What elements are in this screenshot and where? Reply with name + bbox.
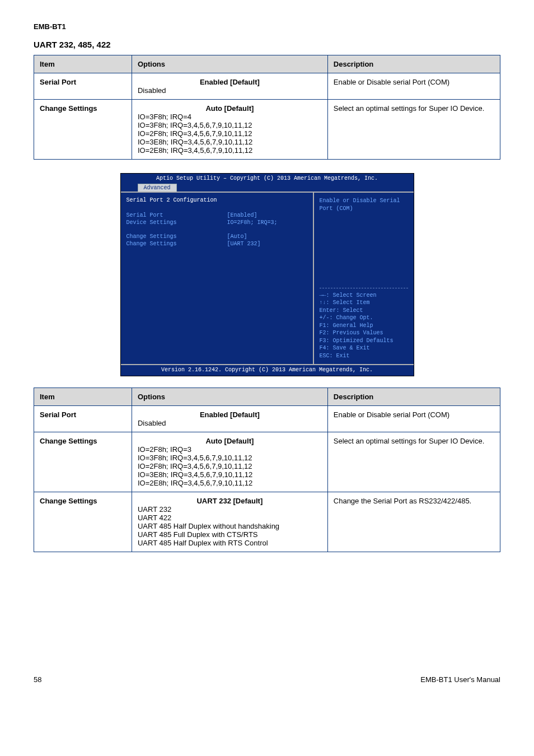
option-line: IO=2F8h; IRQ=3,4,5,6,7,9,10,11,12 [138,129,322,138]
row-item: Change Settings [34,100,132,160]
table-row: Serial Port Enabled [Default] Disabled E… [34,73,500,100]
row-desc: Select an optimal settings for Super IO … [327,100,500,160]
options-table-2: Item Options Description Serial Port Ena… [34,388,500,552]
page-footer: 58 EMB-BT1 User's Manual [34,675,500,684]
row-desc: Enable or Disable serial Port (COM) [327,406,500,432]
row-options: Enabled [Default] Disabled [132,73,327,100]
bios-keyhint: F3: Optimized Defaults [320,337,408,345]
doc-title: EMB-BT1 [34,22,66,31]
bios-field-label: Serial Port [127,212,227,218]
bios-field-value: IO=2F8h; IRQ=3; [227,220,278,226]
bios-help-panel: Enable or Disable Serial Port (COM) →←: … [314,193,414,364]
col-item: Item [34,55,132,73]
option-line: UART 232 [138,505,322,514]
row-item: Change Settings [34,432,132,492]
bios-screenshot: Aptio Setup Utility – Copyright (C) 2013… [120,173,414,376]
option-line: UART 485 Half Duplex with RTS Control [138,539,322,547]
col-description: Description [327,388,500,406]
row-options: Auto [Default] IO=2F8h; IRQ=3 IO=3F8h; I… [132,432,327,492]
bios-field-label: Device Settings [127,220,227,226]
option-line: IO=2E8h; IRQ=3,4,5,6,7,9,10,11,12 [138,146,322,155]
bios-keyhint: F2: Previous Values [320,329,408,337]
option-line: IO=3F8h; IRQ=3,4,5,6,7,9,10,11,12 [138,454,322,462]
bios-section-title: Serial Port 2 Configuration [127,197,307,203]
option-line: IO=2F8h; IRQ=3,4,5,6,7,9,10,11,12 [138,462,322,470]
bios-field-value[interactable]: [UART 232] [227,241,261,247]
bios-left-panel: Serial Port 2 Configuration Serial Port … [121,193,314,364]
option-line: IO=2F8h; IRQ=3 [138,445,322,454]
row-desc: Change the Serial Port as RS232/422/485. [327,492,500,552]
row-options: UART 232 [Default] UART 232 UART 422 UAR… [132,492,327,552]
bios-help-text: Enable or Disable Serial Port (COM) [320,197,408,212]
col-description: Description [327,55,500,73]
bios-keyhint: →←: Select Screen [320,292,408,300]
table-row: Change Settings Auto [Default] IO=3F8h; … [34,100,500,160]
col-options: Options [132,388,327,406]
option-line: UART 422 [138,514,322,522]
row-desc: Enable or Disable serial Port (COM) [327,73,500,100]
option-default: UART 232 [Default] [138,497,322,505]
option-default: Enabled [Default] [138,410,322,419]
footer-manual-name: EMB-BT1 User's Manual [420,675,500,684]
page-header: EMB-BT1 [34,22,500,31]
row-desc: Select an optimal settings for Super IO … [327,432,500,492]
bios-version: Version 2.16.1242. Copyright (C) 2013 Am… [121,365,414,376]
col-options: Options [132,55,327,73]
option-line: IO=3F8h; IRQ=3,4,5,6,7,9,10,11,12 [138,121,322,129]
option-line: IO=2E8h; IRQ=3,4,5,6,7,9,10,11,12 [138,479,322,487]
bios-keyhint: ↑↓: Select Item [320,299,408,307]
option-line: Disabled [138,419,322,427]
option-line: IO=3F8h; IRQ=4 [138,113,322,121]
row-options: Auto [Default] IO=3F8h; IRQ=4 IO=3F8h; I… [132,100,327,160]
row-item: Change Settings [34,492,132,552]
bios-field-label: Change Settings [127,241,227,247]
option-line: UART 485 Full Duplex with CTS/RTS [138,530,322,539]
option-default: Enabled [Default] [138,78,322,86]
bios-title: Aptio Setup Utility – Copyright (C) 2013… [121,175,414,181]
option-default: Auto [Default] [138,104,322,113]
table-row: Serial Port Enabled [Default] Disabled E… [34,406,500,432]
bios-keyhint: F1: General Help [320,322,408,330]
bios-keyhint: F4: Save & Exit [320,344,408,352]
col-item: Item [34,388,132,406]
option-default: Auto [Default] [138,437,322,445]
bios-keyhint: ESC: Exit [320,352,408,360]
row-item: Serial Port [34,73,132,100]
row-item: Serial Port [34,406,132,432]
bios-field-value[interactable]: [Auto] [227,234,247,240]
bios-keyhint: Enter: Select [320,307,408,315]
table-row: Change Settings UART 232 [Default] UART … [34,492,500,552]
bios-field-value[interactable]: [Enabled] [227,212,257,218]
bios-keyhint: +/-: Change Opt. [320,314,408,322]
options-table-1: Item Options Description Serial Port Ena… [34,55,500,160]
option-line: UART 485 Half Duplex without handshaking [138,522,322,530]
option-line: IO=3E8h; IRQ=3,4,5,6,7,9,10,11,12 [138,138,322,146]
table-row: Change Settings Auto [Default] IO=2F8h; … [34,432,500,492]
page-number-bottom: 58 [34,675,41,684]
row-options: Enabled [Default] Disabled [132,406,327,432]
option-line: IO=3E8h; IRQ=3,4,5,6,7,9,10,11,12 [138,470,322,479]
option-line: Disabled [138,86,322,95]
divider [320,288,408,288]
section-heading: UART 232, 485, 422 [34,40,500,49]
bios-field-label: Change Settings [127,234,227,240]
bios-active-tab[interactable]: Advanced [138,184,177,192]
